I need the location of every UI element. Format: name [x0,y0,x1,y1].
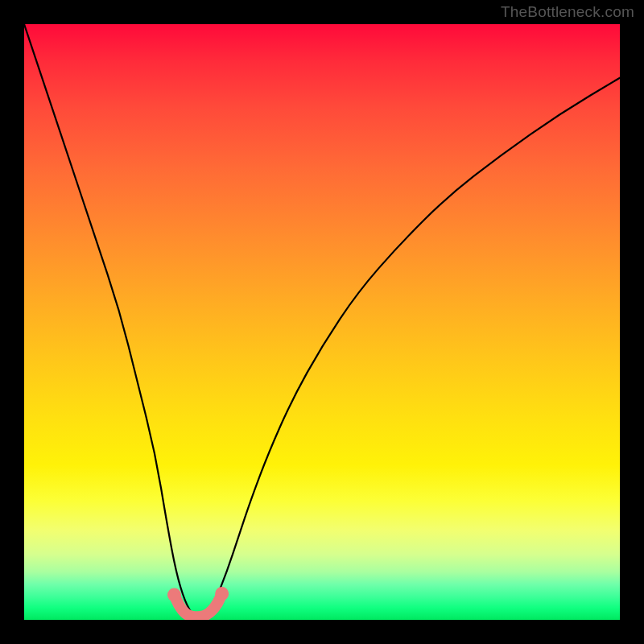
highlight-marker-dot [215,587,229,601]
highlight-marker-group [167,587,229,617]
highlight-marker-dot [167,588,181,601]
highlight-marker-path [174,593,221,617]
watermark-text: TheBottleneck.com [501,3,634,21]
plot-area [24,24,620,620]
chart-svg [24,24,620,620]
chart-frame: TheBottleneck.com [0,0,644,644]
bottleneck-curve-path [24,24,620,617]
